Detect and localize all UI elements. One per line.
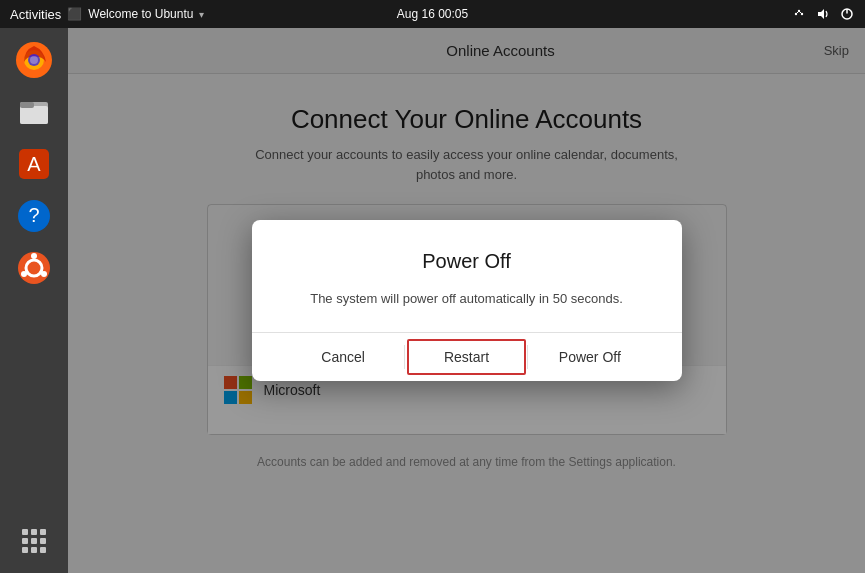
network-icon[interactable] <box>791 6 807 22</box>
sound-icon[interactable] <box>815 6 831 22</box>
sidebar-item-help[interactable]: ? <box>10 192 58 240</box>
dialog-buttons: Cancel Restart Power Off <box>282 333 652 381</box>
top-bar-right <box>791 6 855 22</box>
svg-rect-13 <box>20 106 48 124</box>
svg-point-21 <box>31 253 37 259</box>
svg-text:?: ? <box>28 204 39 226</box>
sidebar-item-files[interactable] <box>10 88 58 136</box>
power-off-dialog: Power Off The system will power off auto… <box>252 220 682 382</box>
top-bar: Activities ⬛ Welcome to Ubuntu ▾ Aug 16 … <box>0 0 865 28</box>
power-icon[interactable] <box>839 6 855 22</box>
activities-label[interactable]: Activities <box>10 7 61 22</box>
main-area: Online Accounts Skip Connect Your Online… <box>68 28 865 573</box>
dialog-message: The system will power off automatically … <box>282 289 652 309</box>
top-bar-left: Activities ⬛ Welcome to Ubuntu ▾ <box>10 7 204 22</box>
sidebar-item-appstore[interactable]: A <box>10 140 58 188</box>
restart-button[interactable]: Restart <box>405 337 528 377</box>
app-name-label[interactable]: Welcome to Ubuntu <box>88 7 193 21</box>
power-off-button[interactable]: Power Off <box>528 337 651 377</box>
svg-marker-5 <box>818 9 824 19</box>
sidebar-item-firefox[interactable] <box>10 36 58 84</box>
svg-text:A: A <box>27 153 41 175</box>
dialog-overlay: Power Off The system will power off auto… <box>68 28 865 573</box>
svg-point-23 <box>41 271 47 277</box>
top-bar-datetime: Aug 16 00:05 <box>397 7 468 21</box>
sidebar-item-ubuntu[interactable] <box>10 244 58 292</box>
dialog-title: Power Off <box>282 250 652 273</box>
svg-rect-14 <box>20 102 34 108</box>
svg-point-22 <box>21 271 27 277</box>
dropdown-icon[interactable]: ▾ <box>199 9 204 20</box>
sidebar: A ? <box>0 28 68 573</box>
apps-grid-icon <box>22 529 46 553</box>
app-icon: ⬛ <box>67 7 82 21</box>
svg-point-11 <box>30 56 38 64</box>
sidebar-item-apps[interactable] <box>10 517 58 565</box>
cancel-button[interactable]: Cancel <box>282 337 405 377</box>
svg-line-4 <box>799 11 802 14</box>
svg-line-3 <box>796 11 799 14</box>
